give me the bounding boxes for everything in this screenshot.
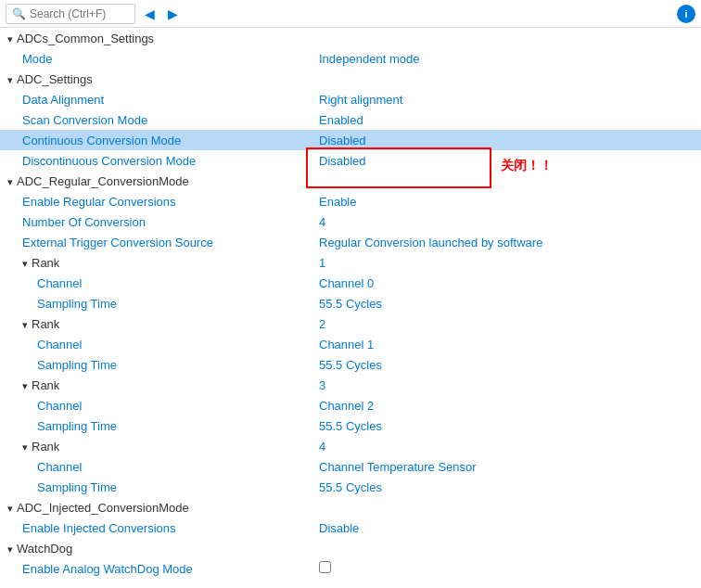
table-row[interactable]: ▾Rank1	[0, 252, 701, 273]
expand-arrow[interactable]: ▾	[7, 74, 13, 86]
row-value: Channel Temperature Sensor	[315, 456, 701, 477]
setting-label: Channel	[37, 338, 82, 352]
table-container: ▾ADCs_Common_SettingsModeIndependent mod…	[0, 28, 701, 579]
row-label: ▾ADC_Regular_ConversionMode	[0, 171, 315, 191]
table-row[interactable]: Enable Regular ConversionsEnable	[0, 191, 701, 211]
row-label: Sampling Time	[0, 477, 315, 497]
setting-label: ADCs_Common_Settings	[17, 32, 154, 45]
setting-label: Scan Conversion Mode	[22, 113, 147, 127]
table-row[interactable]: ▾ADC_Injected_ConversionMode	[0, 497, 701, 518]
table-row[interactable]: ChannelChannel 0	[0, 273, 701, 293]
row-label: External Trigger Conversion Source	[0, 232, 315, 252]
table-row[interactable]: ▾ADC_Settings	[0, 69, 701, 89]
expand-arrow[interactable]: ▾	[7, 176, 13, 188]
row-value: Enable	[315, 191, 701, 211]
row-value	[315, 497, 701, 518]
expand-arrow[interactable]: ▾	[22, 319, 28, 331]
row-label: ▾Rank	[0, 252, 315, 273]
row-label: Enable Injected Conversions	[0, 518, 315, 538]
row-value: Disabled	[315, 130, 701, 150]
table-row[interactable]: Discontinuous Conversion ModeDisabled	[0, 150, 701, 171]
row-value: Enabled	[315, 109, 701, 130]
setting-label: Channel	[37, 460, 82, 474]
expand-arrow[interactable]: ▾	[7, 543, 13, 556]
setting-label: Channel	[37, 276, 82, 290]
table-row[interactable]: Scan Conversion ModeEnabled	[0, 109, 701, 130]
setting-label: Enable Regular Conversions	[22, 195, 175, 209]
row-label: Number Of Conversion	[0, 211, 315, 232]
row-value: Channel 2	[315, 395, 701, 415]
row-value: 55.5 Cycles	[315, 415, 701, 436]
row-label: Enable Regular Conversions	[0, 191, 315, 211]
app-container: 🔍 ◀ ▶ i ▾ADCs_Common_SettingsModeIndepen…	[0, 0, 701, 588]
expand-arrow[interactable]: ▾	[22, 380, 28, 392]
row-value: Independent mode	[315, 48, 701, 69]
nav-next-button[interactable]: ▶	[164, 5, 182, 23]
expand-arrow[interactable]: ▾	[22, 441, 28, 454]
table-row[interactable]: Sampling Time55.5 Cycles	[0, 477, 701, 497]
setting-label: Rank	[32, 256, 59, 270]
row-value: Channel 0	[315, 273, 701, 293]
setting-label: Mode	[22, 52, 53, 66]
settings-table: ▾ADCs_Common_SettingsModeIndependent mod…	[0, 28, 701, 579]
row-value	[315, 538, 701, 558]
table-row[interactable]: ▾ADC_Regular_ConversionMode	[0, 171, 701, 191]
row-label: ▾WatchDog	[0, 538, 315, 558]
table-row[interactable]: Data AlignmentRight alignment	[0, 89, 701, 109]
search-input[interactable]	[30, 7, 129, 20]
table-row[interactable]: Continuous Conversion ModeDisabled	[0, 130, 701, 150]
setting-label: External Trigger Conversion Source	[22, 236, 213, 249]
table-row[interactable]: Enable Injected ConversionsDisable	[0, 518, 701, 538]
row-label: ▾ADCs_Common_Settings	[0, 28, 315, 48]
search-box[interactable]: 🔍	[6, 4, 135, 24]
row-label: ▾Rank	[0, 436, 315, 456]
row-value: 4	[315, 211, 701, 232]
row-label: ▾ADC_Settings	[0, 69, 315, 89]
expand-arrow[interactable]: ▾	[7, 33, 13, 45]
row-value	[315, 558, 701, 579]
row-value: Channel 1	[315, 334, 701, 354]
info-button[interactable]: i	[677, 5, 695, 23]
row-label: Enable Analog WatchDog Mode	[0, 558, 315, 579]
table-row[interactable]: Sampling Time55.5 Cycles	[0, 415, 701, 436]
setting-label: Sampling Time	[37, 419, 117, 433]
expand-arrow[interactable]: ▾	[7, 503, 13, 515]
nav-prev-button[interactable]: ◀	[141, 5, 159, 23]
expand-arrow[interactable]: ▾	[22, 258, 28, 270]
row-label: Discontinuous Conversion Mode	[0, 150, 315, 171]
table-row[interactable]: ChannelChannel Temperature Sensor	[0, 456, 701, 477]
row-label: ▾Rank	[0, 313, 315, 334]
row-label: Sampling Time	[0, 354, 315, 375]
table-row[interactable]: ChannelChannel 1	[0, 334, 701, 354]
table-row[interactable]: ModeIndependent mode	[0, 48, 701, 69]
table-row[interactable]: ChannelChannel 2	[0, 395, 701, 415]
table-row[interactable]: External Trigger Conversion SourceRegula…	[0, 232, 701, 252]
table-row[interactable]: ▾Rank3	[0, 375, 701, 395]
setting-label: Rank	[32, 440, 59, 454]
row-value: 55.5 Cycles	[315, 354, 701, 375]
checkbox-input[interactable]	[319, 561, 331, 573]
table-row[interactable]: ▾Rank4	[0, 436, 701, 456]
row-value: 1	[315, 252, 701, 273]
row-value: Right alignment	[315, 89, 701, 109]
table-row[interactable]: Sampling Time55.5 Cycles	[0, 354, 701, 375]
table-row[interactable]: Sampling Time55.5 Cycles	[0, 293, 701, 313]
setting-label: WatchDog	[17, 542, 72, 556]
row-label: Data Alignment	[0, 89, 315, 109]
setting-label: Number Of Conversion	[22, 215, 146, 229]
table-row[interactable]: ▾Rank2	[0, 313, 701, 334]
row-label: Sampling Time	[0, 293, 315, 313]
row-value: 3	[315, 375, 701, 395]
table-row[interactable]: Number Of Conversion4	[0, 211, 701, 232]
row-label: Channel	[0, 273, 315, 293]
row-value: 4	[315, 436, 701, 456]
table-row[interactable]: ▾ADCs_Common_Settings	[0, 28, 701, 48]
main-content: ▾ADCs_Common_SettingsModeIndependent mod…	[0, 28, 701, 588]
table-row[interactable]: Enable Analog WatchDog Mode	[0, 558, 701, 579]
row-label: Mode	[0, 48, 315, 69]
top-bar: 🔍 ◀ ▶ i	[0, 0, 701, 28]
setting-label: Rank	[32, 378, 59, 392]
row-label: Channel	[0, 456, 315, 477]
table-row[interactable]: ▾WatchDog	[0, 538, 701, 558]
row-value	[315, 28, 701, 48]
